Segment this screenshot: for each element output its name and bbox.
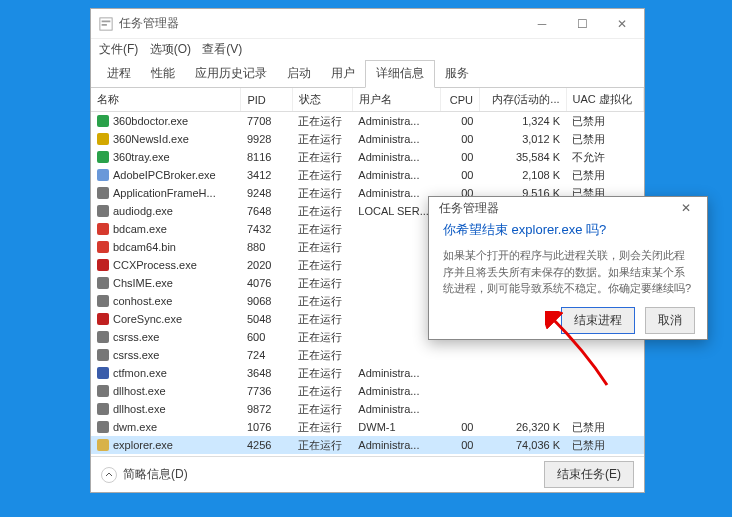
table-row[interactable]: dllhost.exe7736正在运行Administra... [91,382,644,400]
tab-5[interactable]: 详细信息 [365,60,435,88]
app-icon [99,17,113,31]
table-row[interactable]: AdobeIPCBroker.exe3412正在运行Administra...0… [91,166,644,184]
confirm-button[interactable]: 结束进程 [561,307,635,334]
dialog-titlebar: 任务管理器 ✕ [429,197,707,219]
menu-file[interactable]: 文件(F) [99,42,138,56]
table-row[interactable]: fontdrvhost.exe944正在运行UMFD-0001,456 K已禁用 [91,454,644,456]
tab-2[interactable]: 应用历史记录 [185,61,277,87]
menu-view[interactable]: 查看(V) [202,42,242,56]
dialog-body: 你希望结束 explorer.exe 吗? 如果某个打开的程序与此进程关联，则会… [429,219,707,301]
window-controls: ─ ☐ ✕ [522,10,642,38]
tabs: 进程性能应用历史记录启动用户详细信息服务 [91,62,644,88]
maximize-button[interactable]: ☐ [562,10,602,38]
table-row[interactable]: dwm.exe1076正在运行DWM-10026,320 K已禁用 [91,418,644,436]
tab-0[interactable]: 进程 [97,61,141,87]
col-state[interactable]: 状态 [292,88,352,112]
menu-options[interactable]: 选项(O) [150,42,191,56]
chevron-up-icon[interactable] [101,467,117,483]
cancel-button[interactable]: 取消 [645,307,695,334]
tab-3[interactable]: 启动 [277,61,321,87]
dialog-close-button[interactable]: ✕ [671,197,701,219]
table-row[interactable]: 360NewsId.exe9928正在运行Administra...003,01… [91,130,644,148]
col-mem[interactable]: 内存(活动的... [479,88,566,112]
dialog-body-text: 如果某个打开的程序与此进程关联，则会关闭此程序并且将丢失所有未保存的数据。如果结… [443,247,693,297]
col-uac[interactable]: UAC 虚拟化 [566,88,643,112]
dialog-title: 任务管理器 [439,200,499,217]
svg-rect-1 [102,20,111,22]
col-name[interactable]: 名称 [91,88,241,112]
dialog-headline: 你希望结束 explorer.exe 吗? [443,221,693,239]
titlebar: 任务管理器 ─ ☐ ✕ [91,9,644,39]
tab-1[interactable]: 性能 [141,61,185,87]
table-row[interactable]: dllhost.exe9872正在运行Administra... [91,400,644,418]
table-row[interactable]: csrss.exe724正在运行 [91,346,644,364]
footer: 简略信息(D) 结束任务(E) [91,456,644,492]
col-cpu[interactable]: CPU [441,88,480,112]
tab-4[interactable]: 用户 [321,61,365,87]
table-row[interactable]: ctfmon.exe3648正在运行Administra... [91,364,644,382]
svg-rect-2 [102,24,107,26]
minimize-button[interactable]: ─ [522,10,562,38]
tab-6[interactable]: 服务 [435,61,479,87]
table-row[interactable]: 360tray.exe8116正在运行Administra...0035,584… [91,148,644,166]
end-task-button[interactable]: 结束任务(E) [544,461,634,488]
col-user[interactable]: 用户名 [352,88,440,112]
table-row[interactable]: 360bdoctor.exe7708正在运行Administra...001,3… [91,112,644,131]
table-row[interactable]: explorer.exe4256正在运行Administra...0074,03… [91,436,644,454]
window-title: 任务管理器 [119,15,522,32]
col-pid[interactable]: PID [241,88,292,112]
confirm-dialog: 任务管理器 ✕ 你希望结束 explorer.exe 吗? 如果某个打开的程序与… [428,196,708,340]
close-button[interactable]: ✕ [602,10,642,38]
table-header-row: 名称 PID 状态 用户名 CPU 内存(活动的... UAC 虚拟化 [91,88,644,112]
menubar: 文件(F) 选项(O) 查看(V) [91,39,644,62]
brief-info-link[interactable]: 简略信息(D) [123,466,188,483]
